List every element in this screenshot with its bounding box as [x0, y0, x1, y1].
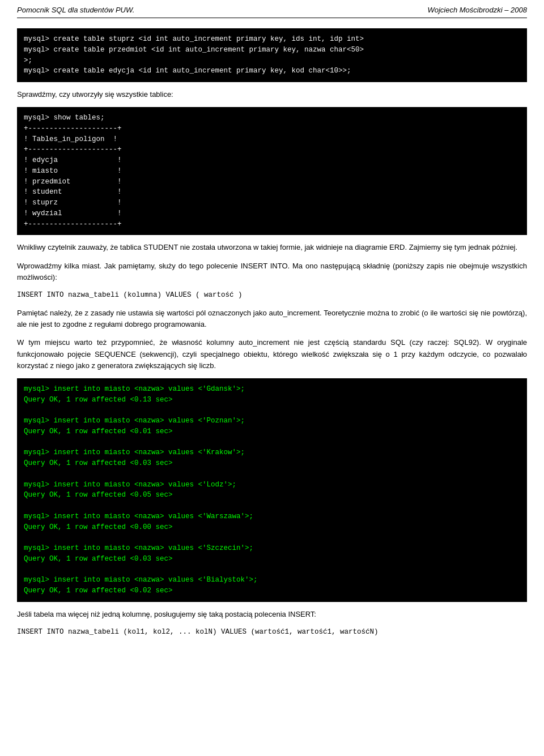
paragraph-multicolumn: Jeśli tabela ma więcej niż jedną kolumnę… [17, 609, 527, 620]
insert-syntax-text: INSERT INTO nazwa_tabeli (kolumna) VALUE… [17, 290, 527, 301]
code-block-create-tables: mysql> create table stuprz <id int auto_… [17, 28, 527, 82]
text-insert-intro: Wprowadźmy kilka miast. Jak pamiętamy, s… [17, 260, 527, 283]
text-multicolumn-insert: Jeśli tabela ma więcej niż jedną kolumnę… [17, 609, 527, 620]
header-title-right: Wojciech Mościbrodzki – 2008 [427, 6, 527, 14]
paragraph-student: Wnikliwy czytelnik zauważy, że tablica S… [17, 242, 527, 253]
text-student-table: Wnikliwy czytelnik zauważy, że tablica S… [17, 242, 527, 253]
text-sequence-note: W tym miejscu warto też przypomnieć, że … [17, 337, 527, 371]
code-block-inserts: mysql> insert into miasto <nazwa> values… [17, 378, 527, 602]
text-autoincrement-note: Pamiętać należy, że z zasady nie ustawia… [17, 307, 527, 330]
insert-syntax-display: INSERT INTO nazwa_tabeli (kolumna) VALUE… [17, 290, 527, 301]
intro-text: Sprawdźmy, czy utworzyły się wszystkie t… [17, 89, 527, 100]
insert-syntax-2-display: INSERT INTO nazwa_tabeli (kol1, kol2, ..… [17, 627, 527, 638]
paragraph-sequence: W tym miejscu warto też przypomnieć, że … [17, 337, 527, 371]
page: Pomocnik SQL dla studentów PUW. Wojciech… [0, 0, 544, 661]
header-title-left: Pomocnik SQL dla studentów PUW. [17, 6, 134, 14]
intro-paragraph: Sprawdźmy, czy utworzyły się wszystkie t… [17, 89, 527, 100]
insert-syntax-2-text: INSERT INTO nazwa_tabeli (kol1, kol2, ..… [17, 627, 527, 638]
paragraph-insert: Wprowadźmy kilka miast. Jak pamiętamy, s… [17, 260, 527, 283]
code-block-show-tables: mysql> show tables; +-------------------… [17, 107, 527, 235]
page-header: Pomocnik SQL dla studentów PUW. Wojciech… [17, 6, 527, 18]
paragraph-autoincrement: Pamiętać należy, że z zasady nie ustawia… [17, 307, 527, 330]
